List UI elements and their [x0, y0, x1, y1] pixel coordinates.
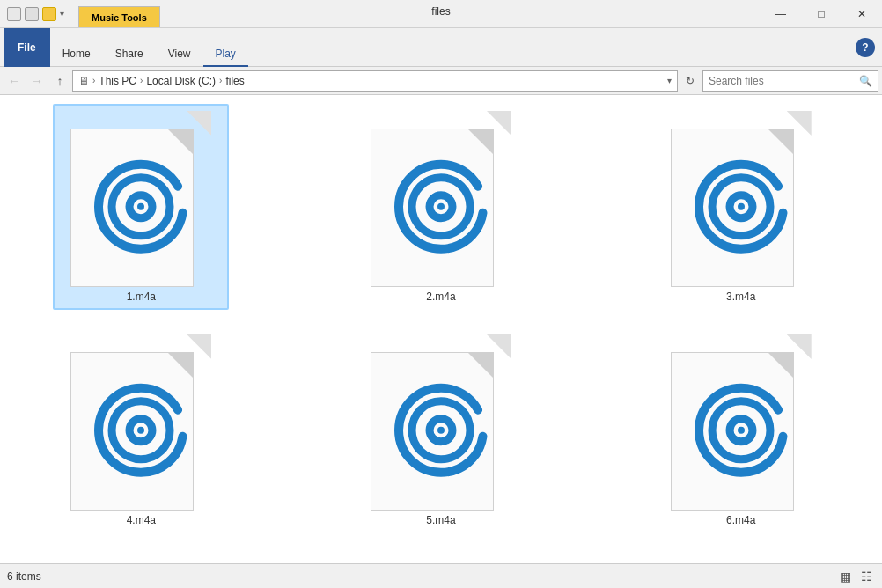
address-files[interactable]: files: [225, 75, 244, 87]
file-item[interactable]: 4.m4a: [53, 327, 229, 533]
window-controls: — □ ✕: [761, 0, 882, 27]
address-chevron-3: ›: [219, 76, 222, 85]
details-view-button[interactable]: ☷: [857, 568, 875, 585]
file-item[interactable]: 5.m4a: [353, 327, 529, 533]
close-button[interactable]: ✕: [842, 0, 882, 28]
svg-point-23: [738, 427, 745, 434]
window-title: files: [431, 5, 450, 18]
search-input[interactable]: [709, 75, 856, 87]
address-chevron-2: ›: [140, 76, 143, 85]
disc-icon: [393, 158, 489, 255]
file-label: 3.m4a: [726, 290, 755, 303]
disc-icon: [92, 382, 189, 479]
quick-access-blank[interactable]: [25, 7, 39, 21]
file-label: 1.m4a: [127, 290, 156, 303]
forward-button[interactable]: →: [26, 70, 48, 92]
disc-icon: [693, 382, 790, 479]
address-chevron-1: ›: [92, 76, 95, 85]
svg-point-11: [738, 203, 745, 210]
svg-point-7: [437, 203, 445, 210]
file-icon-wrap: [70, 334, 211, 511]
svg-point-15: [137, 427, 144, 434]
address-this-pc[interactable]: This PC: [99, 75, 136, 87]
view-controls: ▦ ☷: [836, 568, 875, 585]
search-icon[interactable]: 🔍: [859, 75, 872, 87]
file-label: 4.m4a: [127, 514, 156, 526]
item-count: 6 items: [7, 570, 41, 583]
disc-icon: [92, 158, 189, 255]
quick-access-floppy[interactable]: [7, 7, 21, 21]
maximize-button[interactable]: □: [801, 0, 842, 28]
main-content: 1.m4a 2.m4a: [0, 95, 882, 563]
file-icon-wrap: [70, 111, 211, 287]
disc-icon: [393, 382, 489, 479]
tab-play[interactable]: Play: [203, 28, 248, 67]
quick-access-folder[interactable]: [42, 7, 56, 21]
disc-icon: [693, 158, 790, 255]
file-area: 1.m4a 2.m4a: [0, 95, 882, 563]
address-bar[interactable]: 🖥 › This PC › Local Disk (C:) › files ▾: [72, 70, 678, 92]
file-icon-wrap: [371, 334, 511, 511]
file-label: 6.m4a: [726, 514, 755, 526]
tab-home[interactable]: Home: [50, 28, 103, 67]
music-tools-tab[interactable]: Music Tools: [78, 6, 160, 27]
file-icon-wrap: [671, 111, 812, 287]
title-bar: ▾ Music Tools files — □ ✕: [0, 0, 882, 28]
file-menu-button[interactable]: File: [4, 28, 50, 67]
file-label: 5.m4a: [426, 514, 455, 526]
ribbon: File Home Share View Play ?: [0, 28, 882, 67]
ribbon-tab-strip: Music Tools: [71, 0, 761, 27]
help-button[interactable]: ?: [856, 38, 875, 57]
file-label: 2.m4a: [426, 290, 455, 303]
address-bar-row: ← → ↑ 🖥 › This PC › Local Disk (C:) › fi…: [0, 67, 882, 95]
status-bar: 6 items ▦ ☷: [0, 563, 882, 588]
minimize-button[interactable]: —: [761, 0, 801, 28]
svg-point-3: [137, 203, 144, 210]
ribbon-tabs: Home Share View Play: [50, 28, 248, 67]
file-item[interactable]: 1.m4a: [53, 104, 229, 310]
address-folder-icon: 🖥: [78, 75, 89, 87]
tab-view[interactable]: View: [156, 28, 203, 67]
large-icons-view-button[interactable]: ▦: [836, 568, 854, 585]
file-item[interactable]: 3.m4a: [653, 104, 829, 310]
svg-point-19: [437, 427, 445, 434]
back-button[interactable]: ←: [4, 70, 25, 92]
file-item[interactable]: 6.m4a: [653, 327, 829, 533]
refresh-button[interactable]: ↻: [680, 70, 701, 92]
search-box: 🔍: [702, 70, 878, 92]
address-dropdown-arrow[interactable]: ▾: [667, 76, 672, 85]
tab-share[interactable]: Share: [103, 28, 156, 67]
up-button[interactable]: ↑: [49, 70, 70, 92]
file-icon-wrap: [671, 334, 812, 511]
title-bar-left: ▾: [0, 0, 71, 27]
quick-access-dropdown[interactable]: ▾: [60, 9, 64, 18]
file-item[interactable]: 2.m4a: [353, 104, 529, 310]
file-icon-wrap: [371, 111, 511, 287]
address-local-disk[interactable]: Local Disk (C:): [146, 75, 216, 87]
